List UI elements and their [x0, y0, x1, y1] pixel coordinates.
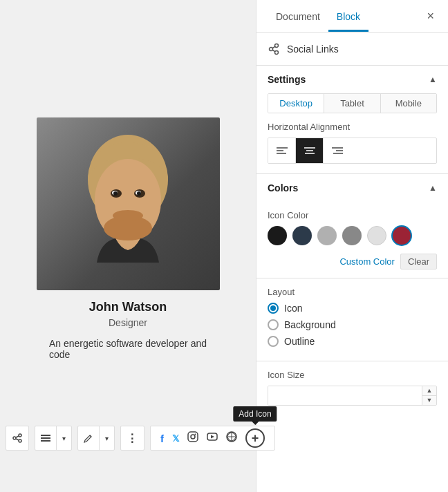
- profile-title: Designer: [109, 317, 147, 328]
- settings-section: Settings ▲ Desktop Tablet Mobile Horizon…: [256, 66, 448, 174]
- left-panel: John Watson Designer An energetic softwa…: [0, 0, 256, 492]
- share-section-icon: [268, 43, 280, 55]
- panel-tabs: Document Block ×: [256, 0, 448, 33]
- share-icon: [12, 433, 23, 444]
- list-btn[interactable]: [35, 426, 57, 450]
- clear-button[interactable]: Clear: [400, 254, 437, 269]
- radio-outline-circle: [268, 336, 279, 347]
- tab-group: Document Block: [268, 1, 368, 32]
- bio-line1: An energetic software developer and: [49, 338, 207, 349]
- colors-chevron: ▲: [429, 183, 437, 193]
- align-left-btn[interactable]: [268, 138, 296, 163]
- svg-point-9: [113, 191, 118, 196]
- settings-header[interactable]: Settings ▲: [256, 66, 448, 93]
- settings-chevron: ▲: [429, 75, 437, 84]
- tab-document[interactable]: Document: [268, 1, 328, 32]
- swatch-lightgray[interactable]: [317, 226, 337, 245]
- svg-line-14: [16, 436, 19, 437]
- svg-rect-20: [188, 432, 198, 442]
- svg-rect-16: [41, 435, 50, 436]
- wordpress-svg: [226, 431, 237, 442]
- share-toolbar-btn[interactable]: [6, 426, 28, 450]
- wordpress-icon[interactable]: [226, 431, 237, 445]
- instagram-svg: [187, 431, 198, 442]
- add-icon-button[interactable]: +: [245, 428, 265, 448]
- swatch-red[interactable]: [392, 226, 411, 245]
- svg-point-12: [13, 437, 16, 439]
- device-tabs: Desktop Tablet Mobile: [268, 93, 437, 113]
- device-tab-tablet[interactable]: Tablet: [324, 94, 380, 113]
- svg-point-13: [19, 439, 21, 442]
- svg-marker-24: [211, 435, 214, 439]
- add-icon-tooltip: Add Icon: [233, 406, 277, 422]
- edit-btn[interactable]: [78, 426, 100, 450]
- radio-outline-label: Outline: [284, 336, 315, 347]
- layout-label: Layout: [268, 287, 437, 297]
- svg-point-28: [275, 44, 279, 48]
- radio-icon-label: Icon: [284, 303, 302, 314]
- facebook-icon[interactable]: f: [160, 433, 164, 444]
- settings-title: Settings: [268, 74, 306, 85]
- spin-down-button[interactable]: ▼: [422, 396, 436, 405]
- radio-icon-circle: [268, 303, 279, 314]
- svg-point-30: [275, 51, 279, 55]
- layout-outline-option[interactable]: Outline: [268, 336, 437, 347]
- social-links-label: Social Links: [287, 44, 339, 55]
- list-toolbar-group: ▾: [35, 426, 72, 451]
- icon-size-input[interactable]: [268, 386, 422, 405]
- face-silhouette: [83, 131, 173, 276]
- radio-icon-inner: [270, 305, 276, 311]
- custom-color-link[interactable]: Custom Color: [339, 256, 394, 267]
- swatch-gray[interactable]: [342, 226, 362, 245]
- svg-line-31: [272, 46, 275, 48]
- colors-section: Colors ▲ Icon Color Custom Color Clear: [256, 174, 448, 278]
- device-tab-desktop[interactable]: Desktop: [268, 94, 324, 113]
- edit-toolbar-group: ▾: [77, 426, 115, 451]
- radio-background-label: Background: [284, 319, 336, 330]
- social-bar: ▾ ▾ ⋮ f 𝕏: [0, 426, 256, 451]
- tab-block[interactable]: Block: [328, 1, 368, 32]
- pencil-icon: [84, 433, 93, 443]
- list-dropdown-btn[interactable]: ▾: [57, 426, 71, 450]
- instagram-icon[interactable]: [187, 431, 198, 445]
- spin-buttons: ▲ ▼: [422, 386, 436, 405]
- layout-background-option[interactable]: Background: [268, 319, 437, 330]
- svg-line-19: [90, 435, 91, 437]
- layout-icon-option[interactable]: Icon: [268, 303, 437, 314]
- align-left-icon: [277, 146, 288, 155]
- swatch-black[interactable]: [268, 226, 287, 245]
- align-center-btn[interactable]: [296, 138, 324, 163]
- icon-color-label: Icon Color: [256, 202, 448, 226]
- custom-clear-row: Custom Color Clear: [256, 252, 448, 278]
- toolbar-group: [6, 426, 29, 451]
- spin-up-button[interactable]: ▲: [422, 386, 436, 396]
- more-toolbar-group: ⋮: [120, 426, 144, 451]
- profile-name: John Watson: [89, 300, 167, 314]
- right-panel: Document Block × Social Links Settings ▲…: [256, 0, 448, 492]
- swatch-white[interactable]: [367, 226, 386, 245]
- list-icon: [41, 433, 50, 443]
- align-right-icon: [332, 146, 343, 155]
- alignment-section: Horizontal Alignment: [256, 122, 448, 173]
- social-links-section: Social Links: [256, 33, 448, 66]
- youtube-svg: [207, 431, 218, 442]
- add-icon-wrapper: + Add Icon: [245, 428, 265, 448]
- icon-size-input-wrapper: ▲ ▼: [268, 386, 437, 406]
- svg-rect-17: [41, 437, 50, 439]
- social-icons-row: f 𝕏: [150, 426, 275, 451]
- close-button[interactable]: ×: [424, 6, 437, 26]
- edit-dropdown-btn[interactable]: ▾: [100, 426, 114, 450]
- more-btn[interactable]: ⋮: [121, 426, 144, 450]
- chevron-down-icon-2: ▾: [105, 435, 109, 442]
- twitter-icon[interactable]: 𝕏: [172, 433, 179, 444]
- swatch-darkblue[interactable]: [292, 226, 312, 245]
- align-center-icon: [304, 146, 315, 155]
- youtube-icon[interactable]: [207, 431, 218, 445]
- alignment-label: Horizontal Alignment: [268, 122, 437, 132]
- device-tab-mobile[interactable]: Mobile: [381, 94, 436, 113]
- radio-background-circle: [268, 319, 279, 330]
- svg-point-29: [270, 48, 273, 51]
- align-right-btn[interactable]: [324, 138, 351, 163]
- profile-image: [37, 117, 220, 290]
- colors-header[interactable]: Colors ▲: [256, 174, 448, 202]
